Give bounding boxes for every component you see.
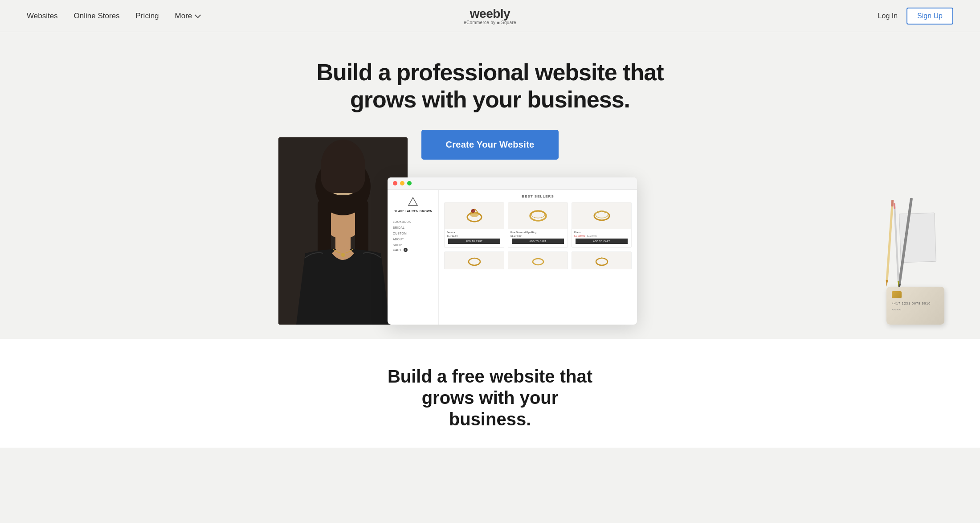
product-name-1: Jessica — [447, 231, 502, 234]
svg-point-17 — [598, 212, 599, 213]
browser-main: BEST SELLERS — [439, 190, 637, 325]
logo-text: weebly — [464, 7, 516, 21]
card-chip-icon — [892, 291, 902, 298]
hero-visuals: BLAIR LAUREN BROWN LOOKBOOK BRIDAL CUSTO… — [0, 182, 980, 325]
sidebar-nav-about: ABOUT — [393, 236, 433, 242]
nav-more[interactable]: More — [175, 12, 200, 21]
card-signature: ~~~~ — [892, 308, 939, 312]
product-price-orig-3: $2,299.00 — [587, 235, 596, 237]
logo-subtext: eCommerce by ■ Square — [464, 20, 516, 25]
svg-rect-26 — [891, 200, 894, 206]
browser-sidebar: BLAIR LAUREN BROWN LOOKBOOK BRIDAL CUSTO… — [388, 190, 439, 325]
nav-pricing[interactable]: Pricing — [136, 12, 159, 21]
svg-point-21 — [601, 257, 603, 259]
product-info-3: Diana $1,900.00 $2,299.00 ADD TO CART — [572, 229, 631, 247]
browser-body: BLAIR LAUREN BROWN LOOKBOOK BRIDAL CUSTO… — [388, 190, 637, 325]
nav-websites[interactable]: Websites — [27, 12, 58, 21]
navbar: Websites Online Stores Pricing More weeb… — [0, 0, 980, 32]
svg-point-18 — [469, 258, 480, 265]
product-price-1: $1,712.50 — [447, 235, 502, 237]
nav-logo[interactable]: weebly eCommerce by ■ Square — [464, 7, 516, 25]
login-button[interactable]: Log In — [878, 12, 898, 20]
decorative-right: 4417 1231 5678 9010 ~~~~ — [855, 195, 944, 325]
svg-point-16 — [604, 212, 605, 213]
ring-thumb-4 — [466, 254, 482, 267]
ring-thumb-5 — [530, 254, 546, 267]
svg-point-15 — [601, 210, 602, 212]
product-image-2 — [508, 202, 568, 229]
svg-marker-7 — [408, 198, 417, 206]
nav-left: Websites Online Stores Pricing More — [27, 12, 200, 21]
product-card-2: Fine Diamond Eye Ring $1,275.00 ADD TO C… — [508, 202, 568, 248]
product-card-3: Diana $1,900.00 $2,299.00 ADD TO CART — [572, 202, 632, 248]
mockup-browser: BLAIR LAUREN BROWN LOOKBOOK BRIDAL CUSTO… — [388, 177, 637, 325]
sidebar-cart: CART 2 — [393, 248, 433, 252]
product-add-cart-2[interactable]: ADD TO CART — [512, 239, 564, 244]
sidebar-nav-bridal: BRIDAL — [393, 225, 433, 231]
product-add-cart-3[interactable]: ADD TO CART — [576, 239, 628, 244]
product-thumbnail-6 — [572, 251, 632, 269]
svg-point-6 — [341, 253, 345, 257]
product-price-sale-3: $1,900.00 — [574, 235, 585, 237]
cart-count-badge: 2 — [404, 248, 408, 252]
svg-rect-24 — [886, 200, 894, 282]
product-info-1: Jessica $1,712.50 ADD TO CART — [445, 229, 504, 247]
product-add-cart-1[interactable]: ADD TO CART — [448, 239, 500, 244]
product-name-3: Diana — [574, 231, 629, 234]
ring-icon-3 — [591, 205, 613, 227]
bottom-section: Build a free website that grows with you… — [0, 339, 980, 448]
hero-content: Build a professional website that grows … — [0, 32, 980, 160]
svg-rect-22 — [898, 198, 913, 286]
product-price-2: $1,275.00 — [510, 235, 565, 237]
svg-rect-27 — [894, 203, 899, 283]
bottom-title: Build a free website that grows with you… — [379, 366, 601, 430]
ring-icon-1 — [463, 205, 486, 227]
product-grid: Jessica $1,712.50 ADD TO CART — [444, 202, 632, 248]
ring-thumb-6 — [594, 254, 610, 267]
hero-section: Build a professional website that grows … — [0, 0, 980, 339]
product-row-2 — [444, 251, 632, 269]
svg-point-10 — [471, 209, 475, 213]
chevron-down-icon — [195, 12, 201, 18]
sidebar-nav-lookbook: LOOKBOOK — [393, 219, 433, 225]
signup-button[interactable]: Sign Up — [906, 8, 953, 25]
browser-dot-yellow — [400, 181, 404, 185]
svg-point-12 — [531, 211, 545, 218]
product-thumbnail-5 — [508, 251, 568, 269]
product-image-1 — [445, 202, 504, 229]
svg-point-19 — [533, 259, 543, 265]
product-thumbnail-4 — [444, 251, 504, 269]
product-image-3 — [572, 202, 631, 229]
browser-dot-red — [393, 181, 397, 185]
card-number: 4417 1231 5678 9010 — [892, 302, 939, 305]
nav-right: Log In Sign Up — [878, 8, 953, 25]
sidebar-nav-custom: CUSTOM — [393, 231, 433, 236]
browser-bar — [388, 177, 637, 190]
store-logo-icon — [408, 196, 418, 207]
product-card-1: Jessica $1,712.50 ADD TO CART — [444, 202, 504, 248]
nav-online-stores[interactable]: Online Stores — [74, 12, 120, 21]
product-info-2: Fine Diamond Eye Ring $1,275.00 ADD TO C… — [508, 229, 568, 247]
svg-rect-29 — [894, 203, 896, 209]
sidebar-nav-shop: SHOP — [393, 242, 433, 248]
deco-credit-card: 4417 1231 5678 9010 ~~~~ — [886, 287, 944, 325]
hero-title: Build a professional website that grows … — [307, 59, 673, 114]
store-brand-name: BLAIR LAUREN BROWN — [393, 210, 433, 213]
svg-point-20 — [596, 258, 608, 265]
store-section-title: BEST SELLERS — [444, 194, 632, 198]
create-website-button[interactable]: Create Your Website — [421, 130, 558, 160]
product-name-2: Fine Diamond Eye Ring — [510, 231, 565, 234]
ring-icon-2 — [527, 205, 549, 227]
browser-dot-green — [407, 181, 412, 185]
